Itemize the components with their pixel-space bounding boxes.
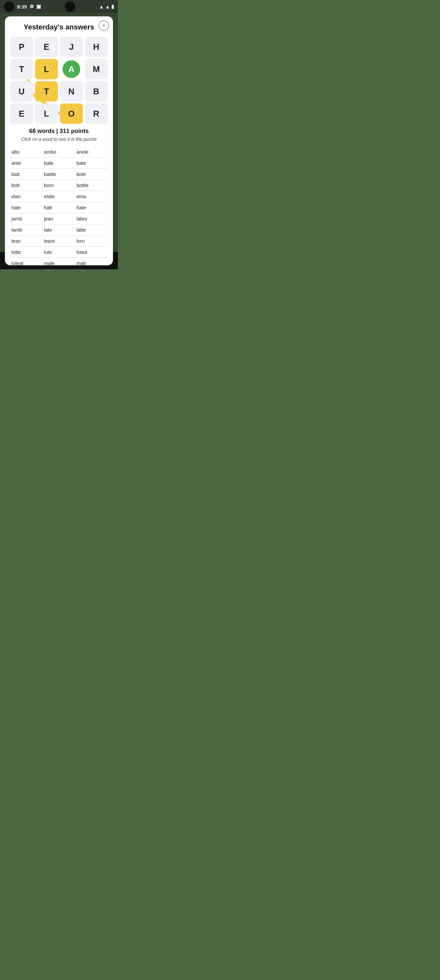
word-item[interactable]: bole [75, 169, 108, 180]
letter-cell[interactable]: A [62, 60, 80, 78]
word-item[interactable]: lean [10, 235, 43, 247]
word-item[interactable]: lutea [75, 247, 108, 258]
word-item[interactable]: ante [10, 158, 43, 169]
word-item[interactable]: bale [43, 158, 75, 169]
letter-cell[interactable]: J [60, 37, 83, 57]
word-item[interactable]: luteal [10, 258, 43, 265]
wifi-icon: ▲ [99, 4, 104, 10]
gear-icon: ⚙ [29, 3, 34, 10]
letter-grid: PEJHTLAMUTNBELOR [10, 37, 108, 124]
word-list: altoamboanoleantebalebatebattbattleboleb… [10, 146, 108, 265]
word-item[interactable]: anole [75, 146, 108, 158]
letter-cell[interactable]: N [60, 81, 83, 102]
letter-cell[interactable]: R [85, 103, 108, 124]
app-background: S 0 272 ? × Yesterday's answers [0, 13, 118, 252]
letter-cell[interactable]: O [60, 103, 83, 124]
word-item[interactable]: lamb [10, 224, 43, 235]
letter-cell[interactable]: H [85, 37, 108, 57]
notch [65, 1, 75, 12]
word-item[interactable]: late [43, 224, 75, 235]
battery-icon: ▮ [111, 3, 114, 10]
word-item[interactable]: alto [10, 146, 43, 158]
letter-cell[interactable]: B [85, 81, 108, 102]
word-item[interactable]: halt [43, 202, 75, 213]
word-item[interactable]: latte [75, 224, 108, 235]
word-item[interactable]: hate [75, 202, 108, 213]
letter-cell[interactable]: T [35, 81, 58, 102]
letter-cell[interactable]: E [10, 103, 33, 124]
letter-cell[interactable]: L [35, 59, 58, 79]
word-item[interactable]: labor [75, 213, 108, 224]
screenshot-icon: ▣ [37, 3, 41, 10]
answers-modal: × Yesterday's answers PEJHTLAMUTNBELOR 6… [5, 16, 113, 265]
letter-cell[interactable]: L [35, 103, 58, 124]
status-bar: 9:35 ⚙ ▣ ▲ ▲ ▮ [0, 0, 118, 13]
modal-close-button[interactable]: × [98, 20, 109, 31]
word-item[interactable]: lotte [10, 247, 43, 258]
time-display: 9:35 [17, 4, 27, 10]
letter-cell[interactable]: E [35, 37, 58, 57]
word-item[interactable]: elan [10, 191, 43, 202]
word-item[interactable]: bolt [10, 180, 43, 191]
letter-cell[interactable]: P [10, 37, 33, 57]
word-item[interactable]: batt [10, 169, 43, 180]
letter-grid-container: PEJHTLAMUTNBELOR [10, 37, 108, 124]
signal-icon: ▲ [105, 4, 110, 10]
word-item[interactable]: battle [43, 169, 75, 180]
letter-cell[interactable]: U [10, 81, 33, 102]
word-item[interactable]: lute [43, 247, 75, 258]
modal-overlay: × Yesterday's answers PEJHTLAMUTNBELOR 6… [0, 13, 118, 252]
letter-cell[interactable]: T [10, 59, 33, 79]
word-item[interactable]: etna [75, 191, 108, 202]
word-item[interactable]: ambo [43, 146, 75, 158]
word-item[interactable]: leant [43, 235, 75, 247]
modal-title: Yesterday's answers [10, 23, 108, 32]
status-icons: ▲ ▲ ▮ [99, 3, 114, 10]
status-left: 9:35 ⚙ ▣ [4, 1, 41, 12]
word-item[interactable]: malt [75, 258, 108, 265]
word-item[interactable]: jamb [10, 213, 43, 224]
word-item[interactable]: bottle [75, 180, 108, 191]
word-item[interactable]: male [43, 258, 75, 265]
word-item[interactable]: hale [10, 202, 43, 213]
hint-text: Click on a word to see it in the puzzle [10, 137, 108, 142]
stats-row: 68 words | 311 points [10, 128, 108, 135]
word-item[interactable]: jean [43, 213, 75, 224]
word-item[interactable]: elate [43, 191, 75, 202]
close-icon: × [102, 23, 105, 28]
word-item[interactable]: lorn [75, 235, 108, 247]
word-item[interactable]: bate [75, 158, 108, 169]
camera-cutout [4, 1, 14, 12]
letter-cell[interactable]: M [85, 59, 108, 79]
word-item[interactable]: born [43, 180, 75, 191]
